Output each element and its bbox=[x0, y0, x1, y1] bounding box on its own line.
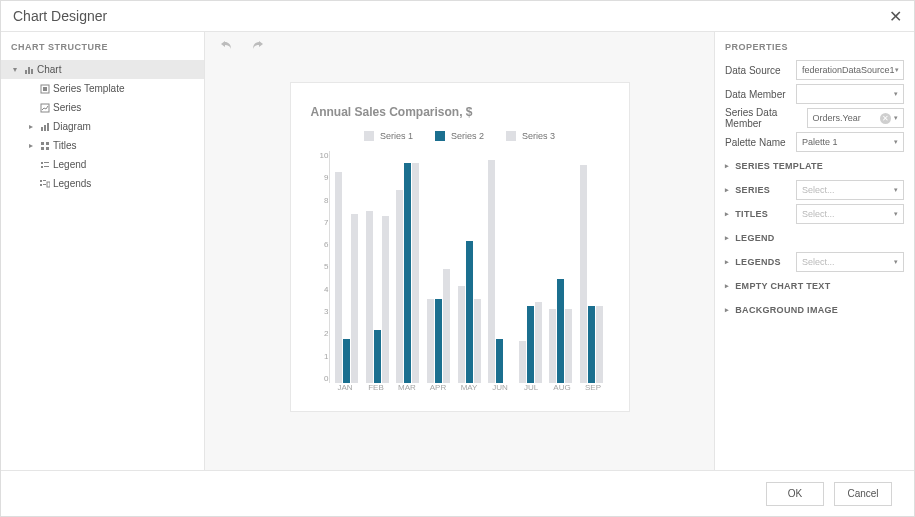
section-empty-chart-text[interactable]: ▸EMPTY CHART TEXT bbox=[725, 274, 904, 298]
chevron-down-icon: ▾ bbox=[895, 66, 899, 74]
bar bbox=[496, 339, 503, 383]
tree-item-chart[interactable]: ▾ Chart bbox=[1, 60, 204, 79]
palette-name-select[interactable]: Palette 1 ▾ bbox=[796, 132, 904, 152]
tree-item-legends[interactable]: ▸ Legends bbox=[1, 174, 204, 193]
data-member-select[interactable]: ▾ bbox=[796, 84, 904, 104]
bar-group bbox=[454, 151, 485, 383]
tree-item-legend[interactable]: ▸ Legend bbox=[1, 155, 204, 174]
undo-button[interactable] bbox=[219, 38, 235, 56]
chevron-right-icon[interactable]: ▸ bbox=[29, 141, 37, 150]
tree-label: Legends bbox=[53, 178, 91, 189]
legend-item: Series 2 bbox=[435, 131, 484, 141]
section-background-image[interactable]: ▸BACKGROUND IMAGE bbox=[725, 298, 904, 322]
section-series-toggle[interactable]: ▸SERIES bbox=[725, 185, 770, 195]
section-series-template[interactable]: ▸SERIES TEMPLATE bbox=[725, 154, 904, 178]
select-placeholder: Select... bbox=[802, 209, 835, 219]
chevron-right-icon: ▸ bbox=[725, 306, 729, 314]
select-placeholder: Select... bbox=[802, 257, 835, 267]
legends-icon bbox=[37, 179, 53, 189]
bar bbox=[549, 309, 556, 383]
dialog-header: Chart Designer ✕ bbox=[1, 1, 914, 32]
tree-item-series-template[interactable]: ▸ Series Template bbox=[1, 79, 204, 98]
diagram-icon bbox=[37, 122, 53, 132]
chevron-down-icon: ▾ bbox=[894, 258, 898, 266]
legend-swatch bbox=[364, 131, 374, 141]
data-source-select[interactable]: federationDataSource1 ▾ bbox=[796, 60, 904, 80]
section-titles: ▸TITLES Select...▾ bbox=[725, 202, 904, 226]
prop-label: Data Member bbox=[725, 89, 786, 100]
bar-group bbox=[423, 151, 454, 383]
x-tick: SEP bbox=[578, 383, 609, 397]
bar bbox=[474, 299, 481, 383]
redo-button[interactable] bbox=[249, 38, 265, 56]
structure-tree: ▾ Chart ▸ Series Template ▸ Series ▸ bbox=[1, 60, 204, 470]
chevron-right-icon: ▸ bbox=[725, 258, 729, 266]
legends-select[interactable]: Select...▾ bbox=[796, 252, 904, 272]
section-legends-toggle[interactable]: ▸LEGENDS bbox=[725, 257, 781, 267]
svg-rect-8 bbox=[44, 162, 49, 163]
bar-group bbox=[332, 151, 363, 383]
cancel-button[interactable]: Cancel bbox=[834, 482, 892, 506]
close-button[interactable]: ✕ bbox=[889, 7, 902, 26]
select-value: federationDataSource1 bbox=[802, 65, 895, 75]
bar bbox=[519, 341, 526, 383]
tree-label: Series Template bbox=[53, 83, 125, 94]
canvas-wrap: Annual Sales Comparison, $ Series 1Serie… bbox=[205, 62, 714, 470]
y-axis: 109876543210 bbox=[311, 151, 329, 397]
ok-button[interactable]: OK bbox=[766, 482, 824, 506]
bar bbox=[366, 211, 373, 383]
legend-label: Series 1 bbox=[380, 131, 413, 141]
tree-item-diagram[interactable]: ▸ Diagram bbox=[1, 117, 204, 136]
chevron-down-icon: ▾ bbox=[894, 114, 898, 122]
svg-rect-5 bbox=[41, 147, 44, 150]
bar bbox=[374, 330, 381, 383]
dialog-body: CHART STRUCTURE ▾ Chart ▸ Series Templat… bbox=[1, 32, 914, 470]
tree-label: Titles bbox=[53, 140, 77, 151]
x-tick: AUG bbox=[547, 383, 578, 397]
svg-rect-1 bbox=[43, 87, 47, 91]
series-data-member-select[interactable]: Orders.Year ✕ ▾ bbox=[807, 108, 904, 128]
template-icon bbox=[37, 84, 53, 94]
chevron-right-icon: ▸ bbox=[725, 186, 729, 194]
series-select[interactable]: Select...▾ bbox=[796, 180, 904, 200]
bar-group bbox=[515, 151, 546, 383]
clear-button[interactable]: ✕ bbox=[880, 113, 891, 124]
bar bbox=[458, 286, 465, 383]
section-legend[interactable]: ▸LEGEND bbox=[725, 226, 904, 250]
chevron-down-icon: ▾ bbox=[894, 186, 898, 194]
bar-group bbox=[484, 151, 515, 383]
x-axis: JANFEBMARAPRMAYJUNJULAUGSEP bbox=[329, 383, 609, 397]
chart-title: Annual Sales Comparison, $ bbox=[311, 105, 609, 119]
prop-row-data-source: Data Source federationDataSource1 ▾ bbox=[725, 58, 904, 82]
chevron-down-icon: ▾ bbox=[894, 90, 898, 98]
tree-label: Chart bbox=[37, 64, 61, 75]
legend-label: Series 3 bbox=[522, 131, 555, 141]
x-tick: JUL bbox=[516, 383, 547, 397]
titles-icon bbox=[37, 141, 53, 151]
tree-item-titles[interactable]: ▸ Titles bbox=[1, 136, 204, 155]
chevron-right-icon[interactable]: ▸ bbox=[29, 122, 37, 131]
svg-rect-6 bbox=[46, 147, 49, 150]
svg-rect-13 bbox=[40, 184, 42, 186]
bar bbox=[343, 339, 350, 383]
legend-label: Series 2 bbox=[451, 131, 484, 141]
chart-preview[interactable]: Annual Sales Comparison, $ Series 1Serie… bbox=[290, 82, 630, 412]
chart-legend: Series 1Series 2Series 3 bbox=[311, 131, 609, 141]
svg-rect-11 bbox=[40, 180, 42, 182]
bar bbox=[427, 299, 434, 383]
prop-row-data-member: Data Member ▾ bbox=[725, 82, 904, 106]
tree-item-series[interactable]: ▸ Series bbox=[1, 98, 204, 117]
titles-select[interactable]: Select...▾ bbox=[796, 204, 904, 224]
svg-rect-9 bbox=[41, 166, 43, 168]
properties-panel: PROPERTIES Data Source federationDataSou… bbox=[714, 32, 914, 470]
bar bbox=[335, 172, 342, 383]
legend-swatch bbox=[435, 131, 445, 141]
section-titles-toggle[interactable]: ▸TITLES bbox=[725, 209, 768, 219]
chevron-down-icon[interactable]: ▾ bbox=[13, 65, 21, 74]
prop-row-palette-name: Palette Name Palette 1 ▾ bbox=[725, 130, 904, 154]
dialog-footer: OK Cancel bbox=[1, 470, 914, 516]
bar bbox=[382, 216, 389, 383]
select-value: Palette 1 bbox=[802, 137, 838, 147]
chart-plot: 109876543210 JANFEBMARAPRMAYJUNJULAUGSEP bbox=[311, 151, 609, 397]
x-tick: JUN bbox=[485, 383, 516, 397]
